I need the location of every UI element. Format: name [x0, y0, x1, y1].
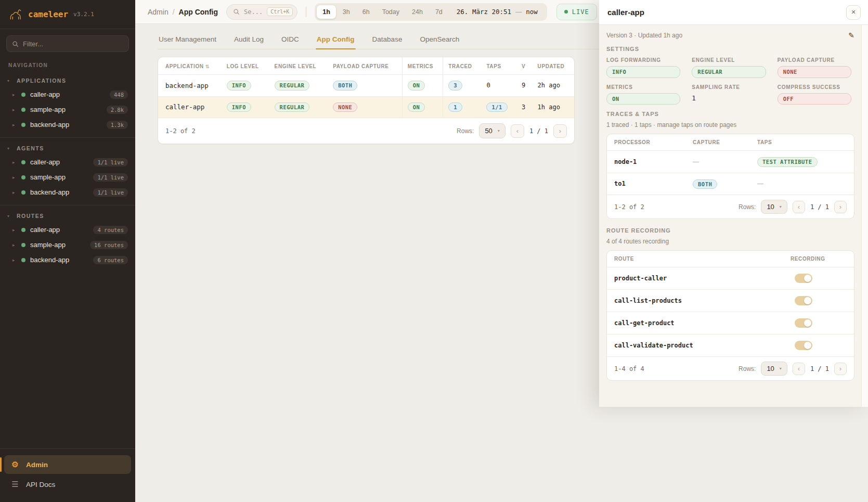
field-log-forwarding: LOG FORWARDING INFO — [606, 57, 683, 78]
sort-icon: ⇅ — [205, 64, 210, 69]
table-header-row: APPLICATION⇅ LOG LEVEL ENGINE LEVEL PAYL… — [158, 57, 574, 75]
tab-database[interactable]: Database — [371, 31, 404, 49]
range-1h[interactable]: 1h — [317, 5, 336, 19]
status-dot — [21, 190, 25, 195]
engine-level-badge: REGULAR — [275, 81, 310, 91]
routes-badge: 4 routes — [93, 226, 128, 234]
col-payload-capture: PAYLOAD CAPTURE — [328, 57, 402, 75]
table-footer: 1-2 of 2 Rows: 50 ▾ ‹ 1 / 1 › — [158, 118, 574, 144]
recording-toggle[interactable] — [795, 318, 812, 328]
range-today[interactable]: Today — [377, 5, 405, 19]
chevron-right-icon: ▸ — [12, 227, 17, 233]
nav-group-routes: ▾ ROUTES ▸ caller-app 4 routes ▸ sample-… — [0, 205, 135, 269]
breadcrumb-current: App Config — [179, 8, 218, 16]
group-header-agents[interactable]: ▾ AGENTS — [0, 141, 135, 155]
rows-per-page-select[interactable]: 50 ▾ — [479, 123, 505, 138]
global-search[interactable]: Se... Ctrl+K — [226, 4, 297, 20]
sidebar-item-routes-caller-app[interactable]: ▸ caller-app 4 routes — [0, 222, 135, 237]
metrics-value: ON — [606, 93, 680, 105]
sidebar-item-routes-sample-app[interactable]: ▸ sample-app 16 routes — [0, 237, 135, 252]
navigation-label: NAVIGATION — [0, 55, 135, 70]
traces-section-label: TRACES & TAPS — [606, 111, 854, 117]
taps-badge: 1/1 — [486, 102, 507, 112]
filter-input[interactable] — [23, 40, 123, 48]
table-row-caller-app[interactable]: caller-app INFO REGULAR NONE ON 1 1/1 3 … — [158, 96, 574, 118]
rows-per-page-select[interactable]: 10 ▾ — [761, 362, 787, 376]
sidebar-item-applications-caller-app[interactable]: ▸ caller-app 448 — [0, 87, 135, 102]
prev-page-button[interactable]: ‹ — [793, 201, 805, 213]
engine-level-value: REGULAR — [692, 66, 766, 78]
status-dot — [21, 123, 25, 127]
tab-app-config[interactable]: App Config — [316, 31, 356, 49]
next-page-button[interactable]: › — [553, 124, 567, 138]
sidebar-item-agents-sample-app[interactable]: ▸ sample-app 1/1 live — [0, 170, 135, 185]
recording-toggle[interactable] — [795, 274, 812, 283]
sidebar-filter[interactable] — [6, 35, 129, 52]
table-row-backend-app[interactable]: backend-app INFO REGULAR BOTH ON 3 0 9 2… — [158, 75, 574, 97]
prev-page-button[interactable]: ‹ — [511, 124, 524, 138]
app-config-table-card: APPLICATION⇅ LOG LEVEL ENGINE LEVEL PAYL… — [158, 57, 575, 144]
time-range-selector: 1h 3h 6h Today 24h 7d 26. März 20:51 — n… — [315, 3, 547, 21]
breadcrumb-separator: / — [173, 8, 175, 16]
payload-capture-badge: NONE — [333, 102, 357, 112]
page-indicator: 1 / 1 — [810, 365, 829, 372]
toggle-knob — [804, 319, 811, 327]
row-range: 1-2 of 2 — [614, 203, 644, 211]
rows-per-page-select[interactable]: 10 ▾ — [761, 200, 787, 214]
chevron-right-icon: › — [559, 127, 561, 135]
breadcrumb-admin[interactable]: Admin — [148, 8, 169, 16]
tap-badge: TEST ATTRIBUTE — [757, 157, 818, 167]
shortcut-badge: Ctrl+K — [267, 7, 293, 16]
range-6h[interactable]: 6h — [357, 5, 375, 19]
edit-icon[interactable]: ✎ — [848, 31, 854, 40]
rows-label: Rows: — [739, 203, 756, 211]
sidebar-item-routes-backend-app[interactable]: ▸ backend-app 6 routes — [0, 252, 135, 267]
tab-audit-log[interactable]: Audit Log — [233, 31, 265, 49]
sidebar-item-admin[interactable]: ⚙ Admin — [4, 455, 131, 474]
prev-page-button[interactable]: ‹ — [793, 363, 805, 375]
field-engine-level: ENGINE LEVEL REGULAR — [692, 57, 769, 78]
search-icon — [233, 8, 240, 15]
recording-toggle[interactable] — [795, 296, 812, 305]
live-button[interactable]: LIVE — [556, 4, 597, 20]
range-7d[interactable]: 7d — [430, 5, 448, 19]
col-updated: UPDATED — [533, 57, 574, 75]
trace-row-to1[interactable]: to1 BOTH — — [607, 173, 854, 195]
trace-row-node-1[interactable]: node-1 — TEST ATTRIBUTE — [607, 151, 854, 173]
next-page-button[interactable]: › — [834, 201, 847, 213]
drawer-body: Version 3 · Updated 1h ago ✎ SETTINGS LO… — [599, 25, 868, 388]
close-button[interactable]: ✕ — [846, 5, 861, 20]
topbar-divider — [306, 7, 306, 17]
col-application[interactable]: APPLICATION⇅ — [158, 57, 222, 75]
group-header-routes[interactable]: ▾ ROUTES — [0, 209, 135, 222]
chevron-down-icon: ▾ — [7, 214, 11, 218]
traces-table-card: PROCESSOR CAPTURE TAPS node-1 — TEST ATT… — [606, 134, 854, 219]
logo-row: cameleer v3.2.1 — [0, 0, 135, 29]
status-dot — [21, 243, 25, 247]
app-version: v3.2.1 — [73, 11, 94, 18]
tab-opensearch[interactable]: OpenSearch — [419, 31, 460, 49]
sidebar-item-agents-backend-app[interactable]: ▸ backend-app 1/1 live — [0, 185, 135, 200]
recording-toggle[interactable] — [795, 341, 812, 350]
next-page-button[interactable]: › — [834, 363, 847, 375]
sidebar-item-applications-sample-app[interactable]: ▸ sample-app 2.8k — [0, 102, 135, 117]
route-row-call-list-products: call-list-products — [607, 290, 854, 312]
chevron-left-icon: ‹ — [798, 203, 800, 211]
sidebar-item-applications-backend-app[interactable]: ▸ backend-app 1.3k — [0, 117, 135, 132]
date-range-display[interactable]: 26. März 20:51 — now — [449, 8, 545, 16]
group-header-applications[interactable]: ▾ APPLICATIONS — [0, 73, 135, 87]
range-3h[interactable]: 3h — [337, 5, 356, 19]
tab-oidc[interactable]: OIDC — [280, 31, 300, 49]
traces-subtext: 1 traced · 1 taps · manage taps on route… — [606, 121, 854, 128]
routes-badge: 16 routes — [90, 241, 128, 249]
sidebar-item-agents-caller-app[interactable]: ▸ caller-app 1/1 live — [0, 155, 135, 170]
chevron-right-icon: ▸ — [12, 92, 17, 97]
tab-user-management[interactable]: User Management — [158, 31, 217, 49]
live-badge: 1/1 live — [93, 173, 128, 182]
range-24h[interactable]: 24h — [406, 5, 429, 19]
chevron-right-icon: ▸ — [12, 122, 17, 127]
chevron-right-icon: ▸ — [12, 242, 17, 248]
sidebar-item-api-docs[interactable]: ☰ API Docs — [4, 475, 131, 494]
field-sampling-rate: SAMPLING RATE 1 — [692, 84, 769, 105]
rows-label: Rows: — [457, 127, 474, 135]
